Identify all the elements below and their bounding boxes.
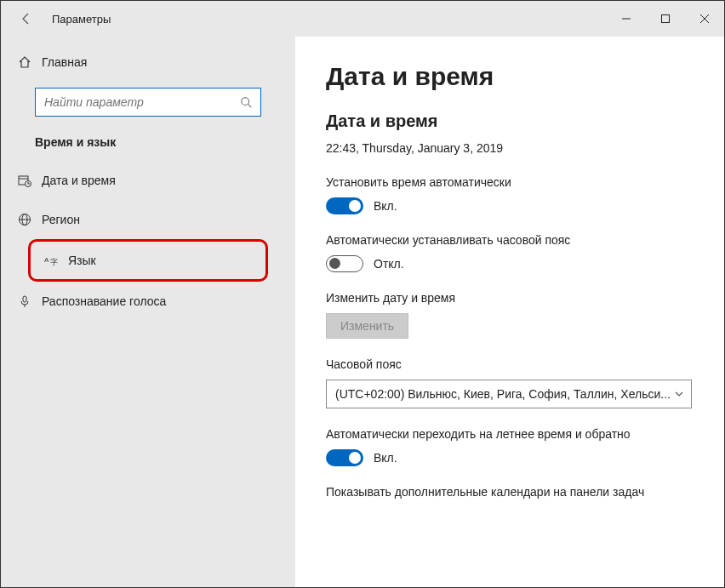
titlebar: Параметры bbox=[1, 1, 724, 37]
search-icon bbox=[240, 96, 252, 108]
home-label: Главная bbox=[42, 55, 87, 69]
timezone-select[interactable]: (UTC+02:00) Вильнюс, Киев, Рига, София, … bbox=[326, 380, 692, 408]
language-icon: A字 bbox=[44, 254, 58, 267]
svg-text:A: A bbox=[44, 256, 49, 264]
sidebar-item-speech[interactable]: Распознавание голоса bbox=[1, 282, 295, 321]
sidebar: Главная Время и язык Дата и время bbox=[1, 37, 295, 587]
window-controls bbox=[607, 1, 724, 37]
auto-time-setting: Установить время автоматически Вкл. bbox=[326, 175, 694, 214]
current-datetime: 22:43, Thursday, January 3, 2019 bbox=[326, 141, 694, 155]
change-datetime-label: Изменить дату и время bbox=[326, 291, 694, 305]
sidebar-item-label: Распознавание голоса bbox=[42, 294, 166, 308]
auto-time-state: Вкл. bbox=[374, 199, 397, 213]
sidebar-item-language[interactable]: A字 Язык bbox=[28, 239, 268, 282]
sidebar-item-label: Регион bbox=[42, 213, 80, 226]
auto-tz-label: Автоматически устанавливать часовой пояс bbox=[326, 233, 694, 247]
dst-state: Вкл. bbox=[374, 451, 397, 465]
dst-label: Автоматически переходить на летнее время… bbox=[326, 427, 694, 441]
microphone-icon bbox=[18, 294, 31, 308]
timezone-label: Часовой пояс bbox=[326, 357, 694, 371]
window-title: Параметры bbox=[52, 13, 111, 26]
page-title: Дата и время bbox=[326, 62, 694, 91]
minimize-button[interactable] bbox=[607, 1, 646, 37]
search-input[interactable] bbox=[44, 95, 240, 109]
dst-toggle[interactable] bbox=[326, 449, 363, 466]
settings-window: Параметры Главная bbox=[0, 0, 725, 588]
close-button[interactable] bbox=[685, 1, 724, 37]
auto-tz-toggle[interactable] bbox=[326, 255, 363, 272]
svg-point-4 bbox=[242, 98, 249, 106]
back-button[interactable] bbox=[16, 9, 37, 29]
sidebar-item-region[interactable]: Регион bbox=[1, 200, 295, 239]
content-area: Дата и время Дата и время 22:43, Thursda… bbox=[295, 37, 724, 587]
change-datetime-button[interactable]: Изменить bbox=[326, 313, 408, 339]
svg-rect-16 bbox=[23, 296, 26, 302]
svg-rect-1 bbox=[662, 15, 670, 23]
svg-text:字: 字 bbox=[50, 258, 58, 266]
section-title: Дата и время bbox=[326, 111, 694, 131]
extra-calendars-setting: Показывать дополнительные календари на п… bbox=[326, 485, 694, 499]
change-datetime-setting: Изменить дату и время Изменить bbox=[326, 291, 694, 339]
auto-time-toggle[interactable] bbox=[326, 197, 363, 214]
timezone-setting: Часовой пояс (UTC+02:00) Вильнюс, Киев, … bbox=[326, 357, 694, 408]
auto-tz-setting: Автоматически устанавливать часовой пояс… bbox=[326, 233, 694, 272]
extra-calendars-label: Показывать дополнительные календари на п… bbox=[326, 485, 694, 499]
svg-line-5 bbox=[248, 105, 252, 108]
auto-time-label: Установить время автоматически bbox=[326, 175, 694, 189]
search-box[interactable] bbox=[35, 88, 261, 117]
sidebar-item-label: Язык bbox=[68, 254, 96, 267]
globe-icon bbox=[18, 213, 31, 226]
auto-tz-state: Откл. bbox=[374, 257, 404, 271]
category-title: Время и язык bbox=[1, 128, 295, 161]
calendar-clock-icon bbox=[18, 174, 31, 187]
maximize-button[interactable] bbox=[646, 1, 685, 37]
dst-setting: Автоматически переходить на летнее время… bbox=[326, 427, 694, 466]
sidebar-item-label: Дата и время bbox=[42, 174, 116, 187]
timezone-selected: (UTC+02:00) Вильнюс, Киев, Рига, София, … bbox=[335, 387, 671, 401]
sidebar-item-datetime[interactable]: Дата и время bbox=[1, 161, 295, 200]
window-body: Главная Время и язык Дата и время bbox=[1, 37, 724, 587]
home-icon bbox=[18, 55, 31, 69]
chevron-down-icon bbox=[674, 389, 684, 399]
search-wrap bbox=[1, 79, 295, 128]
home-nav[interactable]: Главная bbox=[1, 45, 295, 79]
